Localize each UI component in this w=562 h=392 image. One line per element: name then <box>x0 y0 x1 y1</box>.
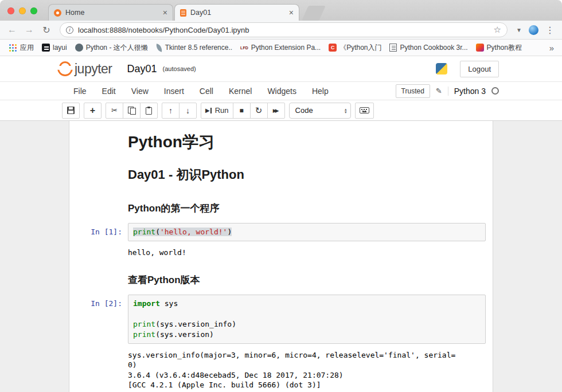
browser-toolbar: ← → ↻ i localhost:8888/notebooks/PythonC… <box>0 21 562 40</box>
code-token: ( <box>155 228 160 236</box>
bookmark-item-cookbook[interactable]: Python Cookbook 3r... <box>386 41 471 54</box>
save-button[interactable] <box>62 103 80 119</box>
menu-help[interactable]: Help <box>312 87 329 96</box>
menu-edit[interactable]: Edit <box>102 87 116 96</box>
markdown-cell[interactable]: 查看Python版本 <box>69 261 493 292</box>
bookmark-label: layui <box>53 44 67 52</box>
bookmark-item-python-blog[interactable]: Python - 这个人很懒 <box>72 41 151 54</box>
close-window-button[interactable] <box>7 7 14 14</box>
bookmark-label: 《Python入门 <box>339 43 381 53</box>
reload-button[interactable]: ↻ <box>39 25 54 36</box>
jupyter-header: jupyter Day01 (autosaved) Logout <box>0 56 562 82</box>
bookmark-label: Tkinter 8.5 reference.. <box>165 44 232 52</box>
bookmark-item-lfd[interactable]: LFD Python Extension Pa... <box>237 41 324 54</box>
notebook-container: Python学习 Day01 - 初识Python Python的第一个程序 I… <box>69 121 493 392</box>
code-token: (sys.version) <box>155 330 214 339</box>
forward-button[interactable]: → <box>22 25 37 35</box>
markdown-cell[interactable]: Python学习 <box>69 127 493 156</box>
jupyter-favicon-icon <box>54 9 61 17</box>
notebook-scroll-area[interactable]: Python学习 Day01 - 初识Python Python的第一个程序 I… <box>0 121 562 392</box>
code-input[interactable]: print('hello, world!') <box>128 223 486 241</box>
select-arrows-icon: ▴▾ <box>345 108 347 113</box>
keyboard-icon <box>360 107 369 113</box>
notebook-heading-3: Python的第一个程序 <box>128 202 486 215</box>
restart-run-all-button[interactable]: ▶▶ <box>267 103 285 119</box>
layui-favicon-icon <box>42 44 50 52</box>
notebook-title[interactable]: Day01 <box>127 63 157 75</box>
menu-widgets[interactable]: Widgets <box>267 87 296 96</box>
menu-insert[interactable]: Insert <box>164 87 184 96</box>
move-cell-down-button[interactable]: ↓ <box>179 103 197 119</box>
jupyter-logo[interactable]: jupyter <box>56 61 112 77</box>
title-bar: Home × Day01 × <box>0 0 562 21</box>
url-text[interactable]: localhost:8888/notebooks/PythonCode/Day0… <box>78 26 489 34</box>
tab-home[interactable]: Home × <box>48 4 173 21</box>
bookmark-item-python-tutorial[interactable]: Python教程 <box>473 41 525 54</box>
cut-cell-button[interactable]: ✂ <box>106 103 123 119</box>
menu-kernel[interactable]: Kernel <box>229 87 252 96</box>
plus-icon: + <box>90 106 95 115</box>
paste-cell-button[interactable] <box>140 103 158 119</box>
move-cell-up-button[interactable]: ↑ <box>162 103 179 119</box>
page-info-icon[interactable]: i <box>66 26 73 34</box>
restart-kernel-button[interactable]: ↻ <box>250 103 268 119</box>
notebook-heading-1: Python学习 <box>128 133 486 151</box>
back-button[interactable]: ← <box>5 25 19 35</box>
divider <box>448 87 448 96</box>
bookmark-label: Python - 这个人很懒 <box>86 43 148 53</box>
run-icon: ▶ <box>205 107 210 113</box>
copy-cell-button[interactable] <box>123 103 140 119</box>
paste-icon <box>146 107 152 115</box>
jupyter-toolbar: + ✂ ↑ ↓ ▶Run ■ ↻ ▶▶ Code ▴▾ <box>0 100 562 121</box>
tkinter-favicon-icon <box>155 44 163 52</box>
menu-view[interactable]: View <box>131 87 149 96</box>
copy-icon <box>128 107 136 115</box>
tab-close-icon[interactable]: × <box>163 9 167 17</box>
code-token: print <box>133 320 155 328</box>
tab-title: Day01 <box>190 9 285 17</box>
extension-globe-icon[interactable] <box>529 25 538 35</box>
cell-output-text: sys.version_info(major=3, minor=6, micro… <box>128 350 486 360</box>
tab-close-icon[interactable]: × <box>289 9 294 17</box>
code-token: sys <box>160 299 178 308</box>
bookmark-item-python-intro[interactable]: C 《Python入门 <box>325 41 385 54</box>
jupyter-menubar: File Edit View Insert Cell Kernel Widget… <box>0 82 562 100</box>
kernel-name: Python 3 <box>454 87 486 96</box>
zoom-window-button[interactable] <box>30 7 37 14</box>
tutorial-favicon-icon <box>476 44 484 52</box>
kernel-status-icon <box>491 87 499 95</box>
markdown-cell[interactable]: Day01 - 初识Python <box>69 156 493 190</box>
down-caret-icon[interactable]: ▼ <box>513 27 525 33</box>
insert-cell-button[interactable]: + <box>84 103 102 119</box>
cell-output-text: hello, world! <box>128 248 486 258</box>
bookmarks-overflow-icon[interactable]: » <box>546 43 557 53</box>
bookmark-star-icon[interactable]: ☆ <box>494 25 501 35</box>
bookmark-item-tkinter[interactable]: Tkinter 8.5 reference.. <box>153 41 236 54</box>
code-token: 'hello, world!' <box>160 228 227 236</box>
interrupt-kernel-button[interactable]: ■ <box>233 103 251 119</box>
code-token: print <box>133 228 155 236</box>
run-button[interactable]: ▶Run <box>201 103 233 119</box>
menu-cell[interactable]: Cell <box>200 87 213 96</box>
bookmark-item-layui[interactable]: layui <box>38 41 71 54</box>
minimize-window-button[interactable] <box>19 7 26 14</box>
code-input[interactable]: import sys print(sys.version_info) print… <box>128 295 486 344</box>
new-tab-button[interactable] <box>302 6 326 21</box>
window-controls <box>7 7 37 14</box>
notebook-heading-2: Day01 - 初识Python <box>128 166 486 183</box>
menu-file[interactable]: File <box>73 87 87 96</box>
logout-button[interactable]: Logout <box>460 61 499 77</box>
code-cell-2[interactable]: In [2]: import sys print(sys.version_inf… <box>69 292 493 347</box>
command-palette-button[interactable] <box>355 103 374 119</box>
address-bar[interactable]: i localhost:8888/notebooks/PythonCode/Da… <box>60 22 508 37</box>
bookmark-item-apps[interactable]: 应用 <box>5 41 37 54</box>
markdown-cell[interactable]: Python的第一个程序 <box>69 190 493 220</box>
cell-type-select[interactable]: Code ▴▾ <box>289 103 351 119</box>
chrome-menu-icon[interactable]: ⋮ <box>543 25 557 36</box>
browser-window: Home × Day01 × ← → ↻ i localhost:8888/no… <box>0 0 562 392</box>
tab-day01[interactable]: Day01 × <box>174 4 299 21</box>
code-token: (sys.version_info) <box>155 320 236 328</box>
c-red-favicon-icon: C <box>329 44 337 52</box>
code-cell-1[interactable]: In [1]: print('hello, world!') <box>69 220 493 244</box>
bookmark-label: Python Cookbook 3r... <box>400 44 467 52</box>
